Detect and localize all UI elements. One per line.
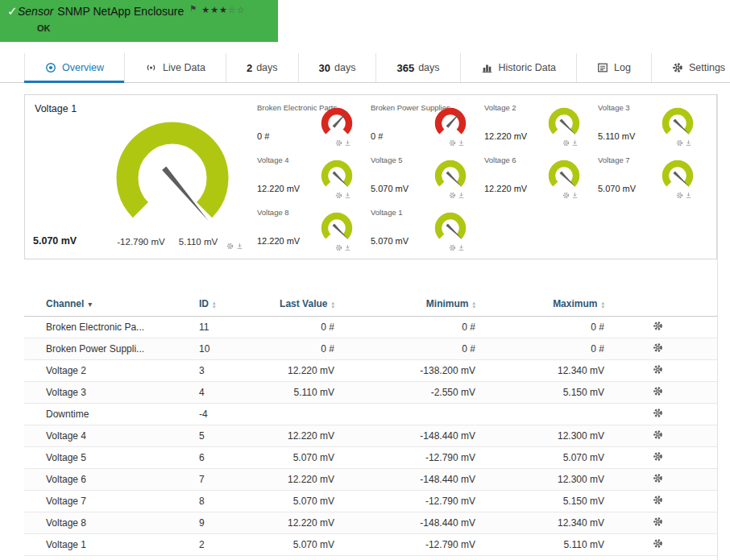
channel-row[interactable]: Voltage 7 8 5.070 mV -12.790 mV 5.150 mV: [24, 490, 717, 512]
sort-toggle-icon[interactable]: ▴▾: [331, 301, 334, 309]
gauge-settings-icon[interactable]: [449, 139, 456, 147]
channel-settings-icon[interactable]: [653, 473, 663, 483]
channel-row[interactable]: Voltage 5 6 5.070 mV -12.790 mV 5.070 mV: [24, 446, 717, 468]
channel-id-cell: 3: [177, 359, 266, 381]
gauge-download-icon[interactable]: [571, 139, 579, 147]
channel-settings-icon[interactable]: [653, 538, 663, 549]
gauge-actions: [562, 192, 579, 199]
channel-row[interactable]: Voltage 4 5 12.220 mV -148.440 mV 12.300…: [24, 425, 717, 446]
gauge-settings-icon[interactable]: [449, 192, 456, 199]
gauge-settings-icon[interactable]: [335, 192, 342, 199]
gauge-settings-icon[interactable]: [562, 192, 570, 199]
gauge-actions: [676, 139, 692, 147]
gauge-download-icon[interactable]: [571, 192, 579, 199]
tab-historic-data[interactable]: Historic Data: [460, 53, 577, 82]
channel-row[interactable]: Voltage 8 9 12.220 mV -148.440 mV 12.340…: [24, 512, 717, 533]
gauge-download-icon[interactable]: [344, 244, 351, 251]
channel-maximum-cell: 12.340 mV: [500, 512, 628, 533]
tab-log[interactable]: Log: [576, 53, 651, 82]
column-label: Last Value: [280, 298, 327, 309]
gauge-settings-icon[interactable]: [449, 244, 456, 251]
channel-row[interactable]: Voltage 3 4 5.110 mV -2.550 mV 5.150 mV: [24, 381, 717, 403]
channel-row[interactable]: Voltage 2 3 12.220 mV -138.200 mV 12.340…: [24, 359, 717, 381]
column-header-minimum[interactable]: Minimum▴▾: [359, 292, 500, 316]
channel-settings-icon[interactable]: [653, 386, 663, 396]
star-empty-icon[interactable]: ☆: [228, 5, 237, 15]
historic-icon: [481, 62, 493, 73]
channel-actions-cell: [628, 425, 717, 446]
tab-2-days[interactable]: 2 days: [226, 53, 298, 82]
channel-row[interactable]: Voltage 1 2 5.070 mV -12.790 mV 5.110 mV: [24, 533, 717, 555]
channel-settings-icon[interactable]: [653, 429, 663, 440]
gauge-settings-icon[interactable]: [562, 139, 570, 147]
tab-live-data[interactable]: Live Data: [124, 53, 226, 82]
channel-row[interactable]: Broken Power Suppli... 10 0 # 0 # 0 #: [24, 338, 717, 359]
gauge-download-icon[interactable]: [458, 244, 465, 251]
gauge-dial[interactable]: [318, 209, 355, 247]
column-header-channel[interactable]: Channel▾: [24, 292, 177, 316]
column-header-last-value[interactable]: Last Value▴▾: [266, 292, 359, 316]
channel-actions-cell: [628, 381, 717, 403]
gauge-download-icon[interactable]: [344, 192, 351, 199]
gauge-download-icon[interactable]: [344, 139, 351, 147]
channel-name-cell: Voltage 1: [24, 533, 177, 555]
star-filled-icon[interactable]: ★: [201, 5, 210, 15]
flag-icon[interactable]: ⚑: [189, 4, 197, 13]
sort-toggle-icon[interactable]: ▴▾: [472, 301, 475, 309]
live-icon: [145, 62, 157, 73]
gauge-actions: [335, 139, 351, 147]
channel-minimum-cell: 0 #: [359, 316, 500, 338]
gauge-dial[interactable]: [432, 105, 469, 142]
gauge-settings-icon[interactable]: [676, 192, 683, 199]
tab-overview[interactable]: Overview: [24, 53, 124, 82]
gauge-cell: Voltage 7 5.070 mV: [598, 154, 711, 206]
gauge-download-icon[interactable]: [236, 243, 243, 250]
gauge-settings-icon[interactable]: [335, 139, 342, 147]
gauge-download-icon[interactable]: [458, 139, 465, 147]
channel-last-value-cell: [266, 403, 359, 425]
star-empty-icon[interactable]: ☆: [237, 5, 246, 15]
channel-settings-icon[interactable]: [653, 342, 663, 353]
star-filled-icon[interactable]: ★: [219, 5, 228, 15]
gauge-dial[interactable]: [318, 105, 355, 142]
gauge-settings-icon[interactable]: [226, 243, 234, 250]
column-header-maximum[interactable]: Maximum▴▾: [500, 292, 628, 316]
sort-toggle-icon[interactable]: ▴▾: [213, 301, 216, 309]
gauge-dial[interactable]: [659, 105, 696, 142]
channel-actions-cell: [628, 533, 717, 555]
channel-row[interactable]: Downtime -4: [24, 403, 717, 425]
channel-actions-cell: [628, 490, 717, 512]
tab-365-days[interactable]: 365 days: [375, 53, 459, 82]
channel-id-cell: 11: [177, 316, 266, 338]
channel-row[interactable]: Voltage 6 7 12.220 mV -148.440 mV 12.300…: [24, 468, 717, 490]
gauge-dial[interactable]: [432, 157, 469, 194]
primary-gauge-dial[interactable]: [104, 110, 241, 247]
gauge-settings-icon[interactable]: [335, 244, 342, 251]
tab-number: 30: [319, 62, 330, 74]
gauge-dial[interactable]: [432, 209, 469, 247]
channel-settings-icon[interactable]: [653, 516, 663, 527]
channel-row[interactable]: Broken Electronic Pa... 11 0 # 0 # 0 #: [24, 316, 717, 338]
sort-desc-icon[interactable]: ▾: [88, 300, 92, 309]
tab-settings[interactable]: Settings: [651, 53, 730, 82]
channel-settings-icon[interactable]: [653, 364, 663, 375]
status-banner: ✓ Sensor SNMP NetApp Enclosure ⚑ ★★★☆☆ O…: [0, 0, 278, 42]
gauge-download-icon[interactable]: [685, 139, 692, 147]
star-filled-icon[interactable]: ★: [210, 5, 219, 15]
gauge-dial[interactable]: [659, 157, 696, 194]
gauge-dial[interactable]: [545, 105, 583, 142]
gauge-dial[interactable]: [545, 157, 583, 194]
gauge-dial[interactable]: [318, 157, 355, 194]
channel-settings-icon[interactable]: [653, 451, 663, 462]
gauge-actions: [335, 244, 351, 251]
channel-settings-icon[interactable]: [653, 408, 663, 418]
tab-30-days[interactable]: 30 days: [298, 53, 376, 82]
gauge-settings-icon[interactable]: [676, 139, 683, 147]
sort-toggle-icon[interactable]: ▴▾: [601, 301, 604, 309]
gauge-download-icon[interactable]: [458, 192, 465, 199]
channel-settings-icon[interactable]: [653, 321, 663, 331]
channel-last-value-cell: 5.070 mV: [266, 446, 359, 468]
column-header-id[interactable]: ID▴▾: [177, 292, 266, 316]
channel-settings-icon[interactable]: [653, 495, 663, 505]
gauge-download-icon[interactable]: [685, 192, 692, 199]
